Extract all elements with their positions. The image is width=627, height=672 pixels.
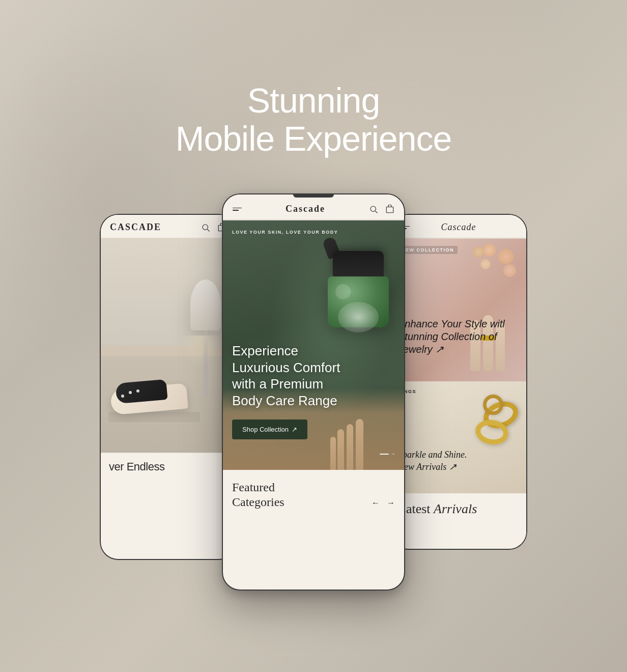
arrivals-italic: Arrivals xyxy=(434,501,477,516)
center-search-button[interactable] xyxy=(368,204,379,214)
right-phone-header: Cascade xyxy=(391,215,526,238)
right-rings-card: RINGS Sparkle and Shine. New Arrivals ↗ xyxy=(391,381,526,493)
left-search-button[interactable] xyxy=(201,222,211,233)
lamp-shade xyxy=(190,279,221,330)
featured-section: Featured Categories ← → xyxy=(223,470,404,515)
search-icon xyxy=(201,223,210,232)
right-phone-logo: Cascade xyxy=(441,222,476,233)
hero-dots xyxy=(380,454,395,455)
featured-title-line1: Featured xyxy=(232,481,275,494)
right-latest-section: Latest Arrivals xyxy=(391,493,526,525)
center-menu-button[interactable] xyxy=(232,204,242,214)
phone-right: Cascade xyxy=(390,214,527,550)
featured-prev-button[interactable]: ← xyxy=(372,498,380,508)
next-arrow-icon: → xyxy=(387,498,395,507)
featured-title-line2: Categories xyxy=(232,495,284,509)
left-phone-content: ver Endless xyxy=(101,239,236,555)
center-phone-header: Cascade xyxy=(223,194,404,220)
right-new-collection-card: NEW COLLECTION Enhance Your Style witlSt… xyxy=(391,239,526,381)
phone-notch xyxy=(293,194,334,198)
rings-title: Sparkle and Shine. New Arrivals ↗ xyxy=(398,449,475,473)
hamburger-icon xyxy=(233,208,242,211)
dot-active xyxy=(380,454,389,455)
featured-arrows: ← → xyxy=(372,498,395,510)
hero-cta-arrow: ↗ xyxy=(292,426,297,433)
featured-title: Featured Categories xyxy=(232,480,284,510)
svg-line-1 xyxy=(207,229,209,231)
hero-title: Experience Luxurious Comfort with a Prem… xyxy=(232,343,343,409)
new-arrivals-text: New Arrivals xyxy=(398,462,446,472)
jar-cap xyxy=(333,251,384,276)
svg-point-0 xyxy=(203,225,208,230)
search-icon xyxy=(369,205,378,214)
phone-center: Cascade xyxy=(222,193,405,591)
new-collection-label: NEW COLLECTION xyxy=(398,246,458,254)
svg-line-4 xyxy=(375,211,377,213)
heading-line1: Stunning xyxy=(247,81,380,120)
dot-inactive xyxy=(392,454,395,455)
new-collection-arrow: ↗ xyxy=(435,344,444,355)
hero-cta-button[interactable]: Shop Collection ↗ xyxy=(232,419,307,439)
phone-left: CASCADE xyxy=(100,214,237,560)
left-phone-header: CASCADE xyxy=(101,215,236,238)
sparkle-italic: Sparkle and Shine. xyxy=(398,450,467,460)
main-heading: Stunning Mobile Experience xyxy=(176,81,451,158)
svg-rect-5 xyxy=(386,207,393,212)
hero-cta-label: Shop Collection xyxy=(242,426,289,433)
right-phone-content: NEW COLLECTION Enhance Your Style witlSt… xyxy=(391,239,526,545)
center-header-icons xyxy=(368,204,395,214)
right-latest-title: Latest Arrivals xyxy=(398,501,519,517)
center-phone-logo: Cascade xyxy=(286,204,325,214)
phones-container: CASCADE xyxy=(34,183,593,641)
featured-header: Featured Categories ← → xyxy=(232,480,395,510)
rings-arrow: ↗ xyxy=(449,462,457,472)
prev-arrow-icon: ← xyxy=(372,498,380,507)
hero-subtitle: LOVE YOUR SKIN, LOVE YOUR BODY xyxy=(232,230,338,235)
featured-next-button[interactable]: → xyxy=(387,498,395,508)
left-hero-image xyxy=(101,239,236,453)
center-hero-banner: LOVE YOUR SKIN, LOVE YOUR BODY Experienc… xyxy=(223,220,404,470)
new-collection-title-text: Enhance Your Style witlStunning Collecti… xyxy=(398,318,505,342)
heading-line2: Mobile Experience xyxy=(176,119,451,158)
left-bottom-text: ver Endless xyxy=(109,460,228,473)
left-phone-logo: CASCADE xyxy=(110,222,161,233)
new-collection-title: Enhance Your Style witlStunning Collecti… xyxy=(398,318,519,356)
left-bottom-text-content: ver Endless xyxy=(109,460,164,473)
left-text-section: ver Endless xyxy=(101,453,236,481)
cart-icon xyxy=(385,205,394,214)
svg-point-3 xyxy=(370,206,376,212)
center-cart-button[interactable] xyxy=(385,204,395,214)
